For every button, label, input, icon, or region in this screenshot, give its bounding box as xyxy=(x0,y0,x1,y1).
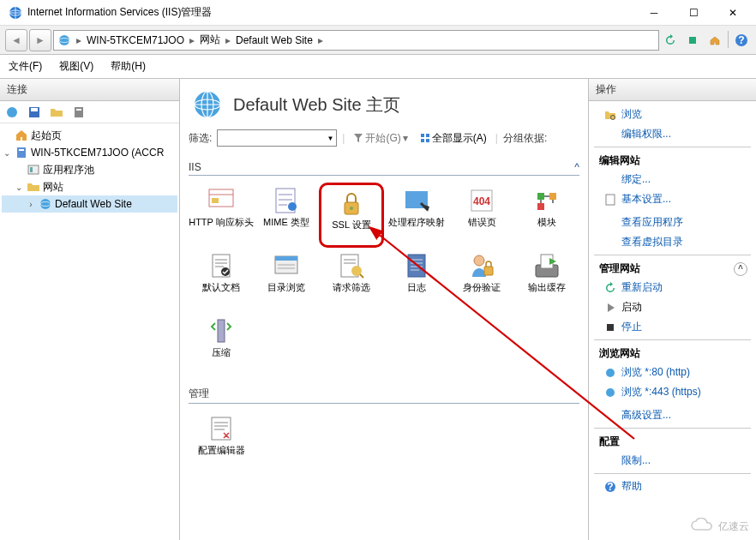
breadcrumb[interactable]: ▸ WIN-5TKCEM71JOO ▸ 网站 ▸ Default Web Sit… xyxy=(53,30,659,51)
minimize-button[interactable]: ─ xyxy=(634,0,674,26)
collapse-icon[interactable]: ^ xyxy=(734,262,747,276)
feature-label: 身份验证 xyxy=(463,282,501,293)
folder-icon[interactable] xyxy=(50,105,63,119)
iis-app-icon xyxy=(9,6,22,20)
svg-rect-40 xyxy=(275,256,297,261)
home-icon[interactable] xyxy=(705,31,724,50)
feature-dir-browse[interactable]: 目录浏览 xyxy=(254,248,319,313)
svg-rect-43 xyxy=(408,255,425,277)
action-bindings[interactable]: 绑定... xyxy=(589,170,756,189)
tree-start-page[interactable]: 起始页 xyxy=(2,127,177,144)
action-help[interactable]: ?帮助 xyxy=(589,477,756,496)
feature-label: 错误页 xyxy=(468,217,496,228)
svg-rect-11 xyxy=(76,109,81,111)
svg-rect-14 xyxy=(28,165,39,174)
tree-default-web-site[interactable]: › Default Web Site xyxy=(2,195,177,213)
feature-request-filter[interactable]: 请求筛选 xyxy=(319,248,384,313)
feature-ssl-settings[interactable]: SSL 设置 xyxy=(319,183,384,248)
svg-rect-48 xyxy=(218,320,225,342)
breadcrumb-sites[interactable]: 网站 xyxy=(200,33,220,47)
error-pages-icon: 404 xyxy=(467,186,496,215)
menu-view[interactable]: 视图(V) xyxy=(56,57,97,75)
maximize-button[interactable]: ☐ xyxy=(674,0,713,26)
section-edit-site: 编辑网站 xyxy=(589,150,756,170)
feature-label: 输出缓存 xyxy=(528,282,566,293)
action-browse-443[interactable]: 浏览 *:443 (https) xyxy=(589,382,756,402)
svg-text:?: ? xyxy=(607,481,613,493)
tree-sites[interactable]: ⌄ 网站 xyxy=(2,178,177,195)
tree-server[interactable]: ⌄ WIN-5TKCEM71JOO (ACCR xyxy=(2,144,177,161)
action-stop[interactable]: 停止 xyxy=(589,317,756,337)
chevron-up-icon[interactable]: ^ xyxy=(574,161,579,173)
breadcrumb-site[interactable]: Default Web Site xyxy=(236,34,313,46)
action-edit-permissions[interactable]: 编辑权限... xyxy=(589,124,756,144)
close-button[interactable]: ✕ xyxy=(713,0,753,26)
feature-handlers[interactable]: 处理程序映射 xyxy=(384,183,449,248)
connections-panel: 连接 起始页 ⌄ WIN-5TKCEM71JOO (ACCR 应用程序池 xyxy=(0,79,180,540)
feature-output-cache[interactable]: 输出缓存 xyxy=(514,248,579,313)
connections-toolbar xyxy=(0,101,179,123)
menu-file[interactable]: 文件(F) xyxy=(5,57,45,75)
feature-modules[interactable]: 模块 xyxy=(514,183,579,248)
feature-mime-types[interactable]: MIME 类型 xyxy=(254,183,319,248)
group-iis-header[interactable]: IIS^ xyxy=(189,159,579,176)
help-icon[interactable]: ? xyxy=(732,31,751,50)
feature-auth[interactable]: 身份验证 xyxy=(449,248,514,313)
action-explore[interactable]: 浏览 xyxy=(589,105,756,124)
apppool-icon xyxy=(27,163,40,177)
section-configure: 配置 xyxy=(589,431,756,451)
window-title: Internet Information Services (IIS)管理器 xyxy=(27,5,634,20)
feature-http-headers[interactable]: HTTP 响应标头 xyxy=(189,183,254,248)
connect-icon[interactable] xyxy=(5,105,19,119)
svg-point-30 xyxy=(350,207,353,210)
restart-icon xyxy=(604,282,616,294)
connections-tree[interactable]: 起始页 ⌄ WIN-5TKCEM71JOO (ACCR 应用程序池 ⌄ 网站 ›… xyxy=(0,123,179,216)
compression-icon xyxy=(207,316,236,345)
feature-label: 配置编辑器 xyxy=(198,445,245,456)
svg-rect-10 xyxy=(75,107,83,117)
action-limits[interactable]: 限制... xyxy=(589,451,756,471)
default-doc-icon xyxy=(207,251,236,280)
breadcrumb-server[interactable]: WIN-5TKCEM71JOO xyxy=(87,34,184,46)
action-restart[interactable]: 重新启动 xyxy=(589,278,756,297)
action-advanced[interactable]: 高级设置... xyxy=(589,405,756,425)
group-mgmt-header[interactable]: 管理 xyxy=(189,385,579,404)
auth-icon xyxy=(467,251,496,280)
feature-config-editor[interactable]: 配置编辑器 xyxy=(189,411,254,476)
dir-browse-icon xyxy=(272,251,301,280)
request-filter-icon xyxy=(337,251,366,280)
tree-app-pools[interactable]: 应用程序池 xyxy=(2,161,177,178)
save-icon[interactable] xyxy=(27,105,41,119)
svg-rect-34 xyxy=(537,193,544,200)
nav-forward-button[interactable]: ► xyxy=(29,29,51,51)
svg-rect-13 xyxy=(19,149,24,151)
feature-compression[interactable]: 压缩 xyxy=(189,313,254,378)
action-view-vdirs[interactable]: 查看虚拟目录 xyxy=(589,232,756,252)
feature-error-pages[interactable]: 404错误页 xyxy=(449,183,514,248)
feature-logging[interactable]: 日志 xyxy=(384,248,449,313)
home-icon xyxy=(15,129,28,142)
svg-point-55 xyxy=(606,388,615,397)
connections-header: 连接 xyxy=(0,79,179,101)
content-panel: Default Web Site 主页 筛选: ▼ | 开始(G) ▾ 全部显示… xyxy=(180,79,589,540)
svg-rect-52 xyxy=(606,195,615,205)
action-browse-80[interactable]: 浏览 *:80 (http) xyxy=(589,363,756,382)
stop-icon[interactable] xyxy=(683,31,702,50)
refresh-icon[interactable] xyxy=(661,31,680,50)
feature-default-doc[interactable]: 默认文档 xyxy=(189,248,254,313)
action-basic-settings[interactable]: 基本设置... xyxy=(589,189,756,209)
svg-point-54 xyxy=(606,369,615,377)
folder-icon xyxy=(27,180,40,194)
output-cache-icon xyxy=(532,251,561,280)
action-view-apps[interactable]: 查看应用程序 xyxy=(589,213,756,232)
action-start[interactable]: 启动 xyxy=(589,297,756,317)
menu-bar: 文件(F) 视图(V) 帮助(H) xyxy=(0,55,756,79)
svg-point-44 xyxy=(474,255,484,266)
logging-icon xyxy=(402,251,431,280)
feature-label: HTTP 响应标头 xyxy=(189,217,254,228)
feature-label: SSL 设置 xyxy=(332,219,370,231)
server-icon[interactable] xyxy=(72,105,86,119)
menu-help[interactable]: 帮助(H) xyxy=(107,57,149,75)
svg-point-2 xyxy=(59,35,69,45)
nav-back-button[interactable]: ◄ xyxy=(5,29,27,51)
